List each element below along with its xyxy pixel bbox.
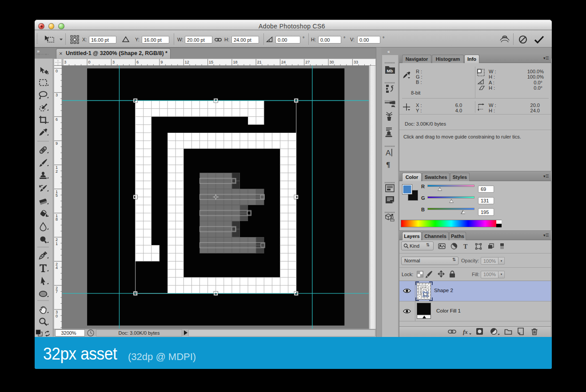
svg-text:2: 2 bbox=[56, 169, 58, 174]
svg-text:fx: fx bbox=[463, 329, 468, 335]
svg-text:3: 3 bbox=[64, 60, 66, 64]
svg-text:24: 24 bbox=[281, 60, 286, 64]
svg-text:0: 0 bbox=[56, 69, 58, 73]
svg-text:15: 15 bbox=[209, 60, 213, 64]
svg-text:33: 33 bbox=[354, 60, 358, 64]
svg-text:0: 0 bbox=[56, 314, 58, 318]
svg-text:21: 21 bbox=[257, 60, 262, 64]
svg-text:27: 27 bbox=[305, 60, 310, 64]
svg-text:T: T bbox=[463, 243, 468, 250]
svg-text:¶: ¶ bbox=[386, 160, 390, 169]
svg-text:18: 18 bbox=[233, 60, 237, 64]
svg-text:Mb: Mb bbox=[387, 68, 393, 73]
svg-text:7: 7 bbox=[56, 290, 58, 294]
svg-text:3: 3 bbox=[56, 93, 58, 98]
svg-text:8: 8 bbox=[56, 218, 58, 222]
svg-text:4: 4 bbox=[56, 265, 58, 270]
svg-text:3: 3 bbox=[112, 60, 115, 64]
svg-text:1: 1 bbox=[56, 242, 58, 246]
svg-text:A: A bbox=[386, 149, 391, 157]
svg-text:5: 5 bbox=[56, 193, 58, 198]
svg-text:9: 9 bbox=[56, 141, 58, 146]
svg-text:6: 6 bbox=[56, 117, 58, 122]
svg-text:6: 6 bbox=[136, 60, 139, 64]
svg-text:12: 12 bbox=[185, 60, 189, 64]
svg-text:«: « bbox=[387, 49, 390, 54]
svg-text:0: 0 bbox=[88, 60, 90, 64]
svg-text:9: 9 bbox=[160, 60, 163, 64]
svg-text:30: 30 bbox=[329, 60, 334, 64]
